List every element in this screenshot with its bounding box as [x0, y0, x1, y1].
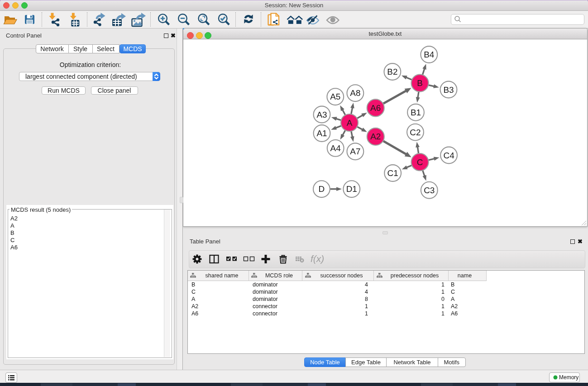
svg-text:D1: D1: [346, 184, 357, 194]
svg-text:B1: B1: [411, 108, 421, 117]
svg-text:B: B: [417, 78, 423, 88]
svg-text:C3: C3: [424, 186, 435, 195]
svg-text:C4: C4: [443, 151, 454, 160]
svg-text:A1: A1: [316, 129, 327, 138]
svg-text:C1: C1: [387, 168, 398, 178]
svg-text:D: D: [319, 184, 325, 194]
svg-text:B3: B3: [443, 85, 454, 95]
svg-text:B2: B2: [387, 67, 397, 76]
svg-text:C2: C2: [410, 128, 421, 137]
svg-text:A3: A3: [316, 110, 327, 119]
svg-text:A4: A4: [330, 143, 341, 153]
svg-text:C: C: [417, 157, 423, 167]
svg-text:A6: A6: [370, 103, 381, 113]
svg-text:A: A: [347, 118, 353, 128]
svg-text:B4: B4: [424, 50, 435, 59]
svg-text:f(x): f(x): [311, 253, 324, 264]
svg-text:A7: A7: [350, 147, 360, 156]
svg-text:A8: A8: [350, 88, 360, 98]
svg-text:A5: A5: [330, 92, 340, 101]
svg-text:A2: A2: [370, 132, 381, 141]
